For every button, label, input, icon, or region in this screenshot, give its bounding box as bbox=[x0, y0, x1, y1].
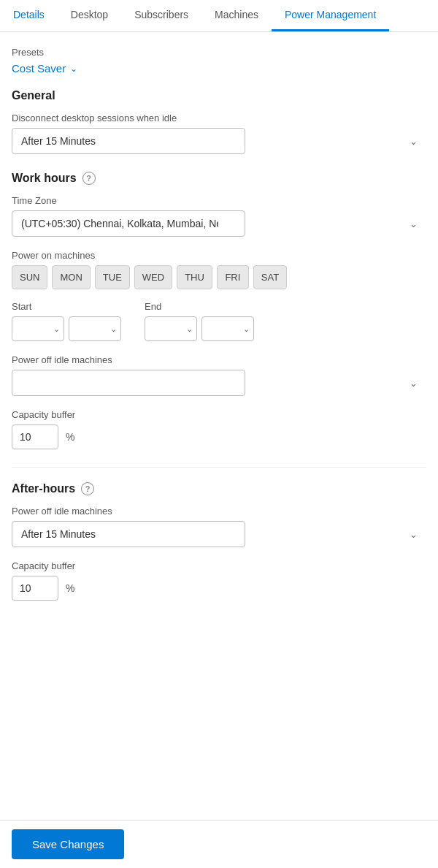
after-hours-heading: After-hours ? bbox=[12, 482, 426, 495]
work-hours-capacity-label: Capacity buffer bbox=[12, 409, 426, 420]
tab-details[interactable]: Details bbox=[0, 0, 58, 31]
start-hour-select[interactable] bbox=[12, 316, 64, 341]
work-hours-capacity-input[interactable] bbox=[12, 425, 58, 449]
day-btn-tue[interactable]: TUE bbox=[95, 265, 130, 289]
after-hours-capacity-label: Capacity buffer bbox=[12, 560, 426, 571]
work-hours-power-off-chevron-icon: ⌄ bbox=[410, 378, 418, 389]
day-btn-wed[interactable]: WED bbox=[134, 265, 172, 289]
power-on-label: Power on machines bbox=[12, 250, 426, 261]
tab-power-management[interactable]: Power Management bbox=[272, 0, 389, 31]
after-hours-power-off-select[interactable]: After 5 Minutes After 10 Minutes After 1… bbox=[12, 521, 245, 547]
section-divider bbox=[12, 467, 426, 468]
end-hour-select[interactable] bbox=[145, 316, 197, 341]
presets-value-text: Cost Saver bbox=[12, 62, 66, 75]
time-row: Start ⌄ ⌄ bbox=[12, 301, 426, 341]
idle-select-chevron-icon: ⌄ bbox=[410, 136, 418, 147]
work-hours-power-off-label: Power off idle machines bbox=[12, 354, 426, 365]
after-hours-power-off-chevron-icon: ⌄ bbox=[410, 529, 418, 540]
tab-desktop[interactable]: Desktop bbox=[58, 0, 121, 31]
day-btn-mon[interactable]: MON bbox=[52, 265, 90, 289]
end-label: End bbox=[145, 301, 254, 312]
idle-label: Disconnect desktop sessions when idle bbox=[12, 113, 426, 123]
after-hours-help-icon[interactable]: ? bbox=[81, 482, 94, 495]
day-btn-sat[interactable]: SAT bbox=[253, 265, 287, 289]
after-hours-capacity-input[interactable] bbox=[12, 576, 58, 601]
tab-subscribers[interactable]: Subscribers bbox=[121, 0, 201, 31]
work-hours-heading: Work hours ? bbox=[12, 172, 426, 185]
presets-chevron-icon: ⌄ bbox=[70, 64, 77, 74]
after-hours-capacity-unit: % bbox=[66, 582, 74, 594]
timezone-select[interactable]: (UTC+05:30) Chennai, Kolkata, Mumbai, Ne… bbox=[12, 210, 245, 237]
timezone-label: Time Zone bbox=[12, 195, 426, 206]
start-minute-select[interactable] bbox=[69, 316, 121, 341]
day-btn-sun[interactable]: SUN bbox=[12, 265, 47, 289]
day-btn-thu[interactable]: THU bbox=[177, 265, 212, 289]
save-button[interactable]: Save Changes bbox=[12, 829, 124, 859]
presets-dropdown[interactable]: Cost Saver ⌄ bbox=[12, 62, 426, 75]
end-minute-select[interactable] bbox=[201, 316, 254, 341]
timezone-chevron-icon: ⌄ bbox=[410, 218, 418, 229]
presets-label: Presets bbox=[12, 47, 426, 58]
day-btn-fri[interactable]: FRI bbox=[217, 265, 249, 289]
general-heading: General bbox=[12, 89, 426, 102]
day-buttons-group: SUN MON TUE WED THU FRI SAT bbox=[12, 265, 426, 289]
work-hours-capacity-unit: % bbox=[66, 431, 74, 443]
footer: Save Changes bbox=[0, 820, 438, 868]
tabs-bar: Details Desktop Subscribers Machines Pow… bbox=[0, 0, 438, 32]
start-label: Start bbox=[12, 301, 121, 312]
idle-select[interactable]: After 5 Minutes After 10 Minutes After 1… bbox=[12, 128, 245, 154]
after-hours-power-off-label: Power off idle machines bbox=[12, 506, 426, 517]
tab-machines[interactable]: Machines bbox=[201, 0, 272, 31]
work-hours-help-icon[interactable]: ? bbox=[82, 172, 96, 185]
work-hours-power-off-select[interactable]: After 5 Minutes After 10 Minutes After 1… bbox=[12, 370, 245, 396]
